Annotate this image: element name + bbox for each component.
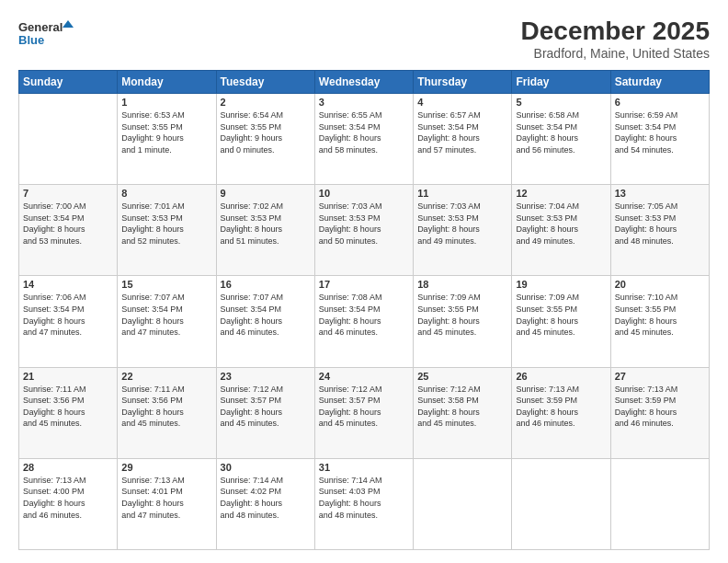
calendar-week-row: 7Sunrise: 7:00 AM Sunset: 3:54 PM Daylig… <box>19 185 710 276</box>
calendar-table: SundayMondayTuesdayWednesdayThursdayFrid… <box>18 70 710 550</box>
calendar-cell <box>512 458 610 549</box>
day-info: Sunrise: 6:59 AM Sunset: 3:54 PM Dayligh… <box>615 109 705 155</box>
calendar-week-row: 14Sunrise: 7:06 AM Sunset: 3:54 PM Dayli… <box>19 276 710 367</box>
calendar-cell: 1Sunrise: 6:53 AM Sunset: 3:55 PM Daylig… <box>118 94 216 185</box>
day-info: Sunrise: 7:04 AM Sunset: 3:53 PM Dayligh… <box>516 201 606 247</box>
calendar-day-header: Thursday <box>414 71 512 94</box>
title-block: December 2025 Bradford, Maine, United St… <box>521 17 710 61</box>
calendar-week-row: 21Sunrise: 7:11 AM Sunset: 3:56 PM Dayli… <box>19 367 710 458</box>
day-number: 18 <box>417 279 507 290</box>
calendar-day-header: Friday <box>512 71 610 94</box>
calendar-cell: 4Sunrise: 6:57 AM Sunset: 3:54 PM Daylig… <box>414 94 512 185</box>
svg-text:Blue: Blue <box>18 33 44 47</box>
day-info: Sunrise: 7:02 AM Sunset: 3:53 PM Dayligh… <box>221 201 311 247</box>
day-number: 13 <box>615 188 705 199</box>
calendar-cell: 13Sunrise: 7:05 AM Sunset: 3:53 PM Dayli… <box>610 185 709 276</box>
day-number: 29 <box>121 462 211 473</box>
day-info: Sunrise: 6:53 AM Sunset: 3:55 PM Dayligh… <box>121 109 211 155</box>
day-number: 16 <box>221 279 311 290</box>
subtitle: Bradford, Maine, United States <box>521 46 710 61</box>
day-number: 14 <box>23 279 113 290</box>
calendar-cell: 17Sunrise: 7:08 AM Sunset: 3:54 PM Dayli… <box>314 276 413 367</box>
day-info: Sunrise: 6:58 AM Sunset: 3:54 PM Dayligh… <box>516 109 606 155</box>
calendar-cell: 18Sunrise: 7:09 AM Sunset: 3:55 PM Dayli… <box>414 276 512 367</box>
day-info: Sunrise: 7:06 AM Sunset: 3:54 PM Dayligh… <box>23 292 113 338</box>
day-info: Sunrise: 7:14 AM Sunset: 4:03 PM Dayligh… <box>319 475 409 521</box>
day-number: 27 <box>615 371 705 382</box>
svg-marker-2 <box>63 20 74 28</box>
calendar-cell: 16Sunrise: 7:07 AM Sunset: 3:54 PM Dayli… <box>216 276 314 367</box>
logo-svg: General Blue <box>18 17 74 53</box>
calendar-cell: 10Sunrise: 7:03 AM Sunset: 3:53 PM Dayli… <box>314 185 413 276</box>
calendar-week-row: 1Sunrise: 6:53 AM Sunset: 3:55 PM Daylig… <box>19 94 710 185</box>
day-number: 2 <box>221 97 311 108</box>
day-number: 4 <box>417 97 507 108</box>
calendar-cell: 11Sunrise: 7:03 AM Sunset: 3:53 PM Dayli… <box>414 185 512 276</box>
calendar-day-header: Wednesday <box>314 71 413 94</box>
page: General Blue December 2025 Bradford, Mai… <box>0 0 728 563</box>
calendar-cell <box>610 458 709 549</box>
day-info: Sunrise: 7:13 AM Sunset: 4:01 PM Dayligh… <box>121 475 211 521</box>
day-info: Sunrise: 7:13 AM Sunset: 3:59 PM Dayligh… <box>615 384 705 430</box>
day-info: Sunrise: 7:00 AM Sunset: 3:54 PM Dayligh… <box>23 201 113 247</box>
calendar-cell: 19Sunrise: 7:09 AM Sunset: 3:55 PM Dayli… <box>512 276 610 367</box>
calendar-cell: 3Sunrise: 6:55 AM Sunset: 3:54 PM Daylig… <box>314 94 413 185</box>
day-number: 11 <box>417 188 507 199</box>
main-title: December 2025 <box>521 17 710 46</box>
day-info: Sunrise: 7:11 AM Sunset: 3:56 PM Dayligh… <box>121 384 211 430</box>
day-info: Sunrise: 7:11 AM Sunset: 3:56 PM Dayligh… <box>23 384 113 430</box>
day-number: 7 <box>23 188 113 199</box>
calendar-cell <box>19 94 118 185</box>
svg-text:General: General <box>18 20 63 34</box>
calendar-cell: 2Sunrise: 6:54 AM Sunset: 3:55 PM Daylig… <box>216 94 314 185</box>
calendar-cell: 23Sunrise: 7:12 AM Sunset: 3:57 PM Dayli… <box>216 367 314 458</box>
calendar-cell: 9Sunrise: 7:02 AM Sunset: 3:53 PM Daylig… <box>216 185 314 276</box>
day-number: 10 <box>319 188 409 199</box>
calendar-cell: 24Sunrise: 7:12 AM Sunset: 3:57 PM Dayli… <box>314 367 413 458</box>
calendar-cell: 28Sunrise: 7:13 AM Sunset: 4:00 PM Dayli… <box>19 458 118 549</box>
calendar-cell: 29Sunrise: 7:13 AM Sunset: 4:01 PM Dayli… <box>118 458 216 549</box>
day-number: 15 <box>121 279 211 290</box>
day-number: 28 <box>23 462 113 473</box>
calendar-cell: 22Sunrise: 7:11 AM Sunset: 3:56 PM Dayli… <box>118 367 216 458</box>
calendar-day-header: Tuesday <box>216 71 314 94</box>
calendar-cell: 26Sunrise: 7:13 AM Sunset: 3:59 PM Dayli… <box>512 367 610 458</box>
day-number: 8 <box>121 188 211 199</box>
day-info: Sunrise: 7:14 AM Sunset: 4:02 PM Dayligh… <box>221 475 311 521</box>
day-info: Sunrise: 6:57 AM Sunset: 3:54 PM Dayligh… <box>417 109 507 155</box>
day-number: 19 <box>516 279 606 290</box>
day-info: Sunrise: 7:13 AM Sunset: 4:00 PM Dayligh… <box>23 475 113 521</box>
calendar-cell: 20Sunrise: 7:10 AM Sunset: 3:55 PM Dayli… <box>610 276 709 367</box>
header: General Blue December 2025 Bradford, Mai… <box>18 17 710 61</box>
calendar-cell: 6Sunrise: 6:59 AM Sunset: 3:54 PM Daylig… <box>610 94 709 185</box>
day-number: 25 <box>417 371 507 382</box>
day-number: 20 <box>615 279 705 290</box>
day-number: 12 <box>516 188 606 199</box>
day-info: Sunrise: 7:07 AM Sunset: 3:54 PM Dayligh… <box>121 292 211 338</box>
day-info: Sunrise: 6:54 AM Sunset: 3:55 PM Dayligh… <box>221 109 311 155</box>
calendar-cell: 5Sunrise: 6:58 AM Sunset: 3:54 PM Daylig… <box>512 94 610 185</box>
day-info: Sunrise: 7:03 AM Sunset: 3:53 PM Dayligh… <box>417 201 507 247</box>
calendar-cell: 15Sunrise: 7:07 AM Sunset: 3:54 PM Dayli… <box>118 276 216 367</box>
calendar-day-header: Saturday <box>610 71 709 94</box>
day-info: Sunrise: 7:05 AM Sunset: 3:53 PM Dayligh… <box>615 201 705 247</box>
day-number: 1 <box>121 97 211 108</box>
calendar-cell: 30Sunrise: 7:14 AM Sunset: 4:02 PM Dayli… <box>216 458 314 549</box>
day-number: 17 <box>319 279 409 290</box>
day-number: 6 <box>615 97 705 108</box>
calendar-day-header: Sunday <box>19 71 118 94</box>
calendar-cell: 31Sunrise: 7:14 AM Sunset: 4:03 PM Dayli… <box>314 458 413 549</box>
calendar-cell: 8Sunrise: 7:01 AM Sunset: 3:53 PM Daylig… <box>118 185 216 276</box>
calendar-cell: 25Sunrise: 7:12 AM Sunset: 3:58 PM Dayli… <box>414 367 512 458</box>
day-number: 31 <box>319 462 409 473</box>
day-info: Sunrise: 7:13 AM Sunset: 3:59 PM Dayligh… <box>516 384 606 430</box>
day-number: 24 <box>319 371 409 382</box>
calendar-cell <box>414 458 512 549</box>
logo: General Blue <box>18 17 74 53</box>
day-info: Sunrise: 7:10 AM Sunset: 3:55 PM Dayligh… <box>615 292 705 338</box>
day-info: Sunrise: 7:03 AM Sunset: 3:53 PM Dayligh… <box>319 201 409 247</box>
day-number: 30 <box>221 462 311 473</box>
calendar-cell: 12Sunrise: 7:04 AM Sunset: 3:53 PM Dayli… <box>512 185 610 276</box>
day-number: 21 <box>23 371 113 382</box>
calendar-day-header: Monday <box>118 71 216 94</box>
